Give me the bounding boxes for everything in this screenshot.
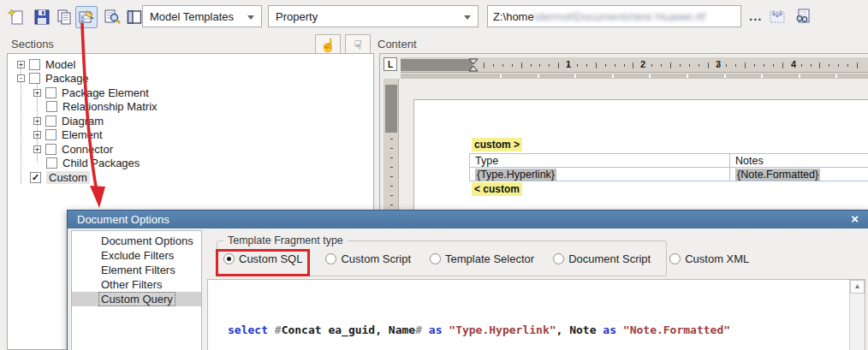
sql-line: select #Concat ea_guid, Name# as "Type.H… [228,321,817,340]
toolbar: Model Templates Property Z:\home\dermot\… [0,0,868,33]
section-close-tag[interactable]: < custom [472,182,522,196]
template-editor-window: Model Templates Property Z:\home\dermot\… [0,0,868,350]
ruler-margin-area [385,85,397,133]
checkbox[interactable] [46,157,57,169]
template-group-combo-value: Model Templates [150,10,234,23]
save-button[interactable] [31,6,53,28]
preview-document-icon [794,7,812,26]
table-cell[interactable]: {Note.Formatted} [730,168,868,181]
expand-icon[interactable]: + [33,89,41,97]
tree-item-label[interactable]: Relationship Matrix [62,100,158,113]
sql-editor[interactable]: select #Concat ea_guid, Name# as "Type.H… [207,279,865,350]
checkbox[interactable] [46,101,57,112]
tree-item-diagram[interactable]: + Diagram [33,114,104,128]
checkbox-checked[interactable]: ✓ [30,172,41,183]
collapse-icon[interactable]: - [17,74,25,82]
nav-item-element-filters[interactable]: Element Filters [72,263,201,277]
field-type-hyperlink[interactable]: {Type.Hyperlink} [475,169,556,181]
new-document-icon [7,8,26,27]
close-icon[interactable]: × [851,211,859,226]
checkbox[interactable] [29,73,40,84]
edit-template-options-icon [77,8,96,27]
tree-item-label[interactable]: Package Element [62,86,149,99]
scrollbar[interactable]: ▲ [849,280,865,350]
document-options-dialog: Document Options × Document Options Excl… [67,210,868,350]
nav-item-other-filters[interactable]: Other Filters [72,277,201,292]
table-header-cell[interactable]: Notes [730,154,868,168]
horizontal-ruler: 1 2 3 4 [401,57,868,73]
chevron-down-icon [464,15,471,20]
radio-custom-script[interactable]: Custom Script [325,252,411,265]
table-cell[interactable]: {Type.Hyperlink} [470,168,730,181]
import-merge-icon [768,7,787,26]
radio-document-script[interactable]: Document Script [553,252,651,265]
indent-marker[interactable] [468,58,479,72]
scroll-up-icon[interactable]: ▲ [850,280,865,294]
output-path-field[interactable]: Z:\home\dermot\Documents\test Huawei.rtf [487,5,741,27]
expand-icon[interactable]: + [33,117,41,125]
expand-icon[interactable]: + [33,145,41,153]
annotation-highlight-box [216,249,310,276]
ruler-number: 2 [640,59,645,69]
generate-button[interactable] [766,5,788,27]
section-open-tag[interactable]: custom > [472,138,522,151]
tree-item-label[interactable]: Package [45,72,89,85]
tree-item-custom[interactable]: ✓ Custom [30,170,90,184]
template-table: Type Notes {Type.Hyperlink} {Note.Format… [469,153,868,181]
table-header-cell[interactable]: Type [470,154,730,168]
edit-template-options-button[interactable] [75,6,98,28]
checkbox[interactable] [45,144,56,155]
tree-item-label[interactable]: Element [62,128,103,141]
copy-button[interactable] [53,6,75,28]
radio-template-selector[interactable]: Template Selector [430,252,534,265]
tree-item-model[interactable]: + Model [17,57,75,71]
tree-item-label[interactable]: Model [45,58,75,71]
tree-item-package[interactable]: - Package [17,71,89,85]
new-document-button[interactable] [5,6,27,28]
path-blurred-text: \dermot\Documents\test Huawei.rtf [534,10,705,23]
expand-icon[interactable]: + [33,131,41,139]
dialog-nav-list: Document Options Exclude Filters Element… [71,230,202,350]
nav-item-exclude-filters[interactable]: Exclude Filters [72,248,201,263]
tree-item-element[interactable]: + Element [33,128,103,141]
tree-item-connector[interactable]: + Connector [33,142,113,156]
ruler-substrip-ticks [500,74,868,78]
radio-custom-xml[interactable]: Custom XML [669,252,749,265]
dialog-title: Document Options [77,213,169,226]
radio-icon [325,253,336,264]
hand-pointing-down-icon: ☟ [354,38,361,53]
tree-item-label[interactable]: Connector [62,143,113,156]
nav-item-document-options[interactable]: Document Options [72,234,201,248]
template-name-combo[interactable]: Property [268,5,479,27]
find-button[interactable] [101,6,123,28]
radio-icon [430,253,441,264]
tree-item-child-packages[interactable]: Child Packages [46,156,140,169]
ruler-number: 3 [716,59,721,69]
template-group-combo[interactable]: Model Templates [142,5,262,27]
tab-type-selector[interactable]: L [383,57,397,71]
tree-item-label[interactable]: Diagram [62,115,104,128]
dialog-titlebar[interactable]: Document Options × [68,211,868,228]
checkbox[interactable] [29,59,40,70]
tree-item-label[interactable]: Custom [46,171,90,184]
sql-code: select #Concat ea_guid, Name# as "Type.H… [228,283,817,350]
content-panel-title: Content [378,38,417,50]
checkbox[interactable] [45,129,56,140]
field-note-formatted[interactable]: {Note.Formatted} [735,169,820,181]
ruler-number: 4 [791,59,796,69]
find-in-document-icon [103,8,122,27]
copy-icon [56,9,73,26]
checkbox[interactable] [45,87,56,98]
tree-item-label[interactable]: Child Packages [62,157,140,169]
tree-item-relationship-matrix[interactable]: Relationship Matrix [46,99,158,113]
ruler-substrip [401,74,868,79]
checkbox[interactable] [45,116,56,127]
ruler-margin-area [401,59,473,71]
template-name-combo-value: Property [276,10,318,23]
browse-button[interactable]: ... [749,9,763,23]
tree-item-package-element[interactable]: + Package Element [33,86,149,99]
nav-item-custom-query[interactable]: Custom Query [72,292,201,306]
expand-icon[interactable]: + [17,61,25,68]
chevron-down-icon [247,15,254,20]
preview-document-button[interactable] [792,5,814,27]
